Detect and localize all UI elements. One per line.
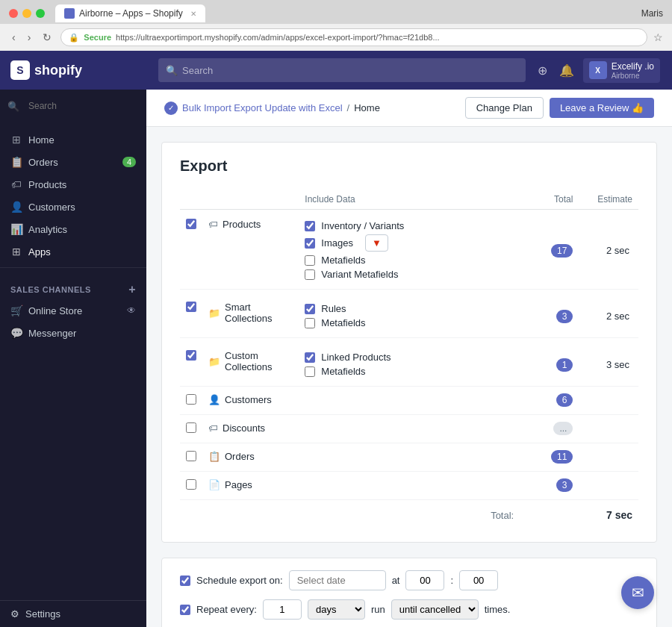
table-row: 👤 Customers 6 [180, 390, 638, 411]
bookmark-icon[interactable]: ☆ [653, 31, 663, 43]
export-panel: Export Include Data Total Estimate [161, 142, 657, 543]
sidebar-item-home[interactable]: ⊞ Home [0, 128, 146, 151]
export-table-header: Include Data Total Estimate [180, 190, 638, 210]
schedule-label: Schedule export on: [196, 575, 283, 586]
sidebar-item-settings[interactable]: ⚙ Settings [0, 601, 146, 627]
include-item: Rules [305, 302, 514, 316]
online-store-visibility-icon: 👁 [127, 305, 136, 316]
tab-close[interactable]: ✕ [190, 10, 196, 18]
forward-button[interactable]: › [25, 30, 34, 45]
breadcrumb-separator: / [347, 102, 350, 113]
custom-collections-text: Custom Collections [225, 350, 293, 372]
table-row: 📁 Smart Collections Rules [180, 293, 638, 334]
minimize-dot[interactable] [22, 9, 31, 18]
back-button[interactable]: ‹ [9, 30, 19, 45]
separator-row [180, 334, 638, 341]
products-checkbox[interactable] [186, 219, 196, 229]
total-row: Total: 7 sec [180, 503, 638, 527]
online-store-icon: 🛒 [10, 305, 22, 316]
products-estimate: 2 sec [606, 245, 632, 256]
export-table: Include Data Total Estimate 🏷 Products [180, 190, 638, 527]
settings-icon: ⚙ [10, 608, 19, 620]
header-estimate: Estimate [579, 190, 638, 210]
breadcrumb-app-name[interactable]: Bulk Import Export Update with Excel [182, 102, 343, 113]
inventory-variants-checkbox[interactable] [305, 221, 315, 231]
total-label: Total: [180, 503, 520, 527]
sidebar-item-analytics[interactable]: 📊 Analytics [0, 218, 146, 240]
topnav-icon-2[interactable]: 🔔 [556, 60, 577, 81]
table-row: 📄 Pages 3 [180, 475, 638, 496]
linked-products-checkbox[interactable] [305, 352, 315, 363]
products-row-icon: 🏷 [208, 219, 218, 230]
repeat-interval-input[interactable] [263, 599, 302, 620]
run-label: run [371, 604, 385, 615]
sidebar-item-label-apps: Apps [28, 246, 51, 258]
metafields-checkbox[interactable] [305, 255, 315, 266]
maximize-dot[interactable] [36, 9, 45, 18]
repeat-checkbox[interactable] [180, 605, 190, 615]
orders-row-text: Orders [225, 451, 255, 462]
include-item: Metafields [305, 364, 514, 378]
smart-collections-total: 3 [556, 310, 573, 323]
search-input[interactable] [28, 101, 139, 111]
table-row: 📁 Custom Collections Linked Products [180, 341, 638, 383]
pages-checkbox[interactable] [186, 479, 196, 490]
schedule-checkbox[interactable] [180, 575, 190, 586]
refresh-button[interactable]: ↻ [40, 30, 55, 45]
browser-user-name: Maris [641, 8, 663, 19]
metafields-label: Metafields [321, 255, 365, 266]
app-badge: X Excelify .io Airborne [583, 58, 660, 83]
orders-checkbox[interactable] [186, 451, 196, 461]
include-item: Metafields [305, 253, 514, 267]
main-search-bar[interactable]: 🔍 [158, 58, 526, 82]
images-checkbox[interactable] [305, 238, 315, 249]
main-search-input[interactable] [182, 65, 518, 76]
schedule-date-input[interactable] [289, 570, 386, 590]
repeat-until-select[interactable]: until cancelled 5 times 10 times [391, 599, 479, 620]
discounts-total: ... [553, 422, 573, 435]
discounts-row-icon: 🏷 [208, 422, 218, 434]
customers-row-icon: 👤 [208, 394, 220, 405]
sidebar-item-online-store[interactable]: 🛒 Online Store 👁 [0, 299, 146, 322]
topnav-icon-1[interactable]: ⊕ [535, 60, 550, 81]
custom-collections-icon: 📁 [208, 356, 220, 367]
add-channel-icon[interactable]: + [128, 283, 136, 296]
repeat-unit-select[interactable]: days weeks months [308, 599, 365, 620]
pages-row-label: 📄 Pages [208, 479, 293, 490]
rules-checkbox[interactable] [305, 304, 315, 314]
include-item: Images ▼ [305, 233, 514, 253]
secure-label: Secure [84, 33, 111, 42]
sidebar-item-apps[interactable]: ⊞ Apps [0, 240, 146, 263]
sidebar-item-label-online-store: Online Store [28, 305, 82, 316]
change-plan-button[interactable]: Change Plan [465, 97, 544, 119]
sc-metafields-checkbox[interactable] [305, 318, 315, 328]
schedule-minute-input[interactable] [459, 570, 498, 590]
repeat-row: Repeat every: days weeks months run unti… [180, 599, 638, 620]
custom-collections-total: 1 [556, 358, 573, 372]
leave-review-button[interactable]: Leave a Review 👍 [550, 98, 654, 118]
browser-tab[interactable]: Airborne – Apps – Shopify ✕ [55, 4, 205, 22]
separator-row [180, 286, 638, 293]
time-separator: : [450, 575, 453, 586]
custom-collections-checkbox[interactable] [186, 350, 196, 361]
variant-metafields-checkbox[interactable] [305, 269, 315, 280]
schedule-hour-input[interactable] [405, 570, 444, 590]
orders-icon: 📋 [10, 156, 22, 168]
customers-checkbox[interactable] [186, 394, 196, 405]
customers-row-text: Customers [225, 394, 272, 405]
sidebar-item-customers[interactable]: 👤 Customers [0, 196, 146, 218]
topnav-right: ⊕ 🔔 X Excelify .io Airborne [535, 58, 660, 83]
smart-collections-checkbox[interactable] [186, 302, 196, 312]
sidebar-item-messenger[interactable]: 💬 Messenger [0, 322, 146, 344]
images-filter-button[interactable]: ▼ [365, 234, 388, 252]
lock-icon: 🔒 [69, 33, 79, 43]
home-icon: ⊞ [10, 134, 22, 146]
sidebar-item-products[interactable]: 🏷 Products [0, 173, 146, 196]
orders-row-icon: 📋 [208, 451, 220, 462]
customers-row-label: 👤 Customers [208, 394, 293, 405]
sidebar-item-orders[interactable]: 📋 Orders 4 [0, 151, 146, 173]
chat-fab[interactable]: ✉ [621, 576, 654, 609]
cc-metafields-checkbox[interactable] [305, 366, 315, 377]
discounts-checkbox[interactable] [186, 422, 196, 433]
close-dot[interactable] [9, 9, 18, 18]
